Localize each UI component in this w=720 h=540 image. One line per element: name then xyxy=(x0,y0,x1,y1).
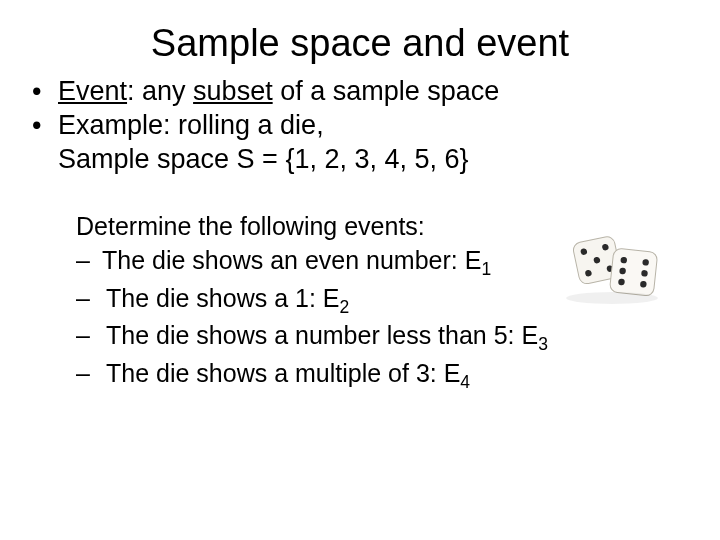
event-subscript: 2 xyxy=(339,297,349,317)
event-desc: The die shows a 1: E xyxy=(106,284,339,312)
event-desc: The die shows a number less than 5: E xyxy=(106,321,538,349)
slide-title: Sample space and event xyxy=(0,0,720,75)
event-subscript: 1 xyxy=(481,259,491,279)
event-keyword: Event xyxy=(58,76,127,106)
event-text: The die shows an even number: E1 xyxy=(102,244,491,282)
event-text: The die shows a multiple of 3: E4 xyxy=(106,357,470,395)
bullet-text-suffix: of a sample space xyxy=(273,76,500,106)
svg-point-13 xyxy=(566,292,658,304)
sample-space-line: Sample space S = {1, 2, 3, 4, 5, 6} xyxy=(30,143,690,177)
bullet-glyph: • xyxy=(30,109,58,143)
bullet-event-definition: • Event: any subset of a sample space xyxy=(30,75,690,109)
bullet-text: Event: any subset of a sample space xyxy=(58,75,499,109)
bullet-glyph: • xyxy=(30,75,58,109)
dice-icon xyxy=(552,228,672,306)
event-item-4: – The die shows a multiple of 3: E4 xyxy=(76,357,690,395)
bullet-text: Example: rolling a die, xyxy=(58,109,324,143)
bullet-example: • Example: rolling a die, xyxy=(30,109,690,143)
event-desc: The die shows an even number: E xyxy=(102,246,481,274)
event-subscript: 4 xyxy=(460,372,470,392)
event-text: The die shows a 1: E2 xyxy=(106,282,349,320)
event-text: The die shows a number less than 5: E3 xyxy=(106,319,548,357)
event-subscript: 3 xyxy=(538,334,548,354)
dash-glyph: – xyxy=(76,357,106,391)
dash-glyph: – xyxy=(76,282,106,316)
bullet-text-mid: : any xyxy=(127,76,193,106)
event-desc: The die shows a multiple of 3: E xyxy=(106,359,460,387)
dash-glyph: – xyxy=(76,319,106,353)
subset-keyword: subset xyxy=(193,76,273,106)
event-item-3: – The die shows a number less than 5: E3 xyxy=(76,319,690,357)
svg-rect-6 xyxy=(609,248,657,296)
dash-glyph: – xyxy=(76,244,102,278)
